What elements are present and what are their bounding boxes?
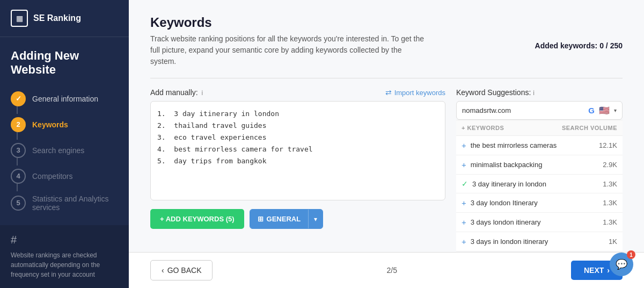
suggestion-row-2[interactable]: + minimalist backpacking 2.9K — [456, 155, 623, 175]
sidebar-item-competitors[interactable]: 4 Competitors — [9, 163, 120, 189]
suggestion-vol-4: 1.3K — [603, 199, 617, 207]
suggestion-vol-3: 1.3K — [603, 180, 617, 188]
suggestion-add-icon-2: + — [462, 160, 466, 169]
sidebar-title: Adding New Website — [0, 37, 129, 86]
suggestion-check-icon-3: ✓ — [462, 179, 468, 188]
suggestion-text-3: 3 day itinerary in london — [472, 180, 546, 188]
keywords-textarea[interactable]: 1. 3 day itinerary in london 2. thailand… — [150, 101, 445, 200]
suggestion-row-6[interactable]: + 3 days in london itinerary 1K — [456, 232, 623, 251]
suggestion-row-3[interactable]: ✓ 3 day itinerary in london 1.3K — [456, 175, 623, 193]
add-keywords-label: + ADD KEYWORDS (5) — [160, 215, 235, 223]
add-keywords-button[interactable]: + ADD KEYWORDS (5) — [150, 209, 244, 229]
add-manually-label: Add manually: i — [150, 88, 203, 97]
step-1-circle: ✓ — [11, 91, 26, 106]
next-label: NEXT — [584, 266, 604, 275]
bottom-actions: + ADD KEYWORDS (5) ⊞ GENERAL ▾ — [150, 209, 445, 229]
added-keywords-label: Added keywords: — [535, 41, 598, 50]
suggestion-text-2: minimalist backpacking — [471, 161, 543, 169]
step-4-circle: 4 — [11, 169, 26, 184]
right-panel-header: Keyword Suggestions: i — [456, 88, 623, 97]
sidebar-steps: ✓ General information 2 Keywords 3 Searc… — [0, 86, 129, 225]
suggestion-row-1[interactable]: + the best mirrorless cameras 12.1K — [456, 136, 623, 155]
step-2-circle: 2 — [11, 117, 26, 132]
left-panel: Add manually: i ⇄ Import keywords 1. 3 d… — [150, 88, 445, 252]
two-column-layout: Add manually: i ⇄ Import keywords 1. 3 d… — [150, 88, 623, 252]
suggestions-header: + KEYWORDS SEARCH VOLUME — [456, 120, 623, 136]
suggestion-add-icon-1: + — [462, 141, 466, 150]
step-5-label: Statistics and Analytics services — [32, 195, 118, 212]
suggestion-left-2: + minimalist backpacking — [462, 160, 542, 169]
step-5-circle: 5 — [11, 196, 26, 211]
sidebar-item-general-information[interactable]: ✓ General information — [9, 86, 120, 112]
logo: ▦ SE Ranking — [0, 0, 129, 37]
bottom-navigation: ‹ GO BACK 2/5 NEXT › — [129, 252, 644, 288]
folder-icon: ⊞ — [258, 215, 264, 223]
page-title: Keywords — [150, 15, 623, 30]
sidebar-footer: # Website rankings are checked automatic… — [0, 225, 129, 288]
suggestion-add-icon-4: + — [462, 198, 466, 207]
suggestion-vol-2: 2.9K — [603, 161, 617, 169]
chat-bubble[interactable]: 💬 1 — [610, 253, 633, 276]
suggestion-left-1: + the best mirrorless cameras — [462, 141, 557, 150]
google-icon: G — [588, 106, 595, 115]
col-keywords-header: + KEYWORDS — [462, 125, 504, 131]
footer-text: Website rankings are checked automatical… — [11, 250, 118, 279]
step-2-label: Keywords — [32, 120, 68, 129]
col-volume-header: SEARCH VOLUME — [562, 125, 617, 131]
domain-chevron-icon[interactable]: ▾ — [614, 107, 617, 113]
suggestion-row-5[interactable]: + 3 days london itinerary 1.3K — [456, 213, 623, 232]
suggestion-left-6: + 3 days in london itinerary — [462, 237, 548, 246]
suggestion-text-4: 3 day london Itinerary — [471, 199, 538, 207]
step-4-label: Competitors — [32, 172, 72, 181]
group-button: ⊞ GENERAL ▾ — [250, 209, 324, 229]
step-1-label: General information — [32, 95, 98, 103]
suggestion-text-5: 3 days london itinerary — [471, 218, 541, 226]
domain-input[interactable] — [462, 106, 584, 114]
sidebar-item-keywords[interactable]: 2 Keywords — [9, 112, 120, 138]
logo-symbol: ▦ — [16, 14, 23, 23]
suggestion-left-4: + 3 day london Itinerary — [462, 198, 538, 207]
suggestion-left-5: + 3 days london itinerary — [462, 218, 541, 227]
suggestions-table: + KEYWORDS SEARCH VOLUME + the best mirr… — [456, 120, 623, 251]
group-dropdown-button[interactable]: ▾ — [308, 210, 323, 228]
go-back-label: GO BACK — [167, 266, 202, 275]
main-content: Keywords Track website ranking positions… — [129, 0, 644, 288]
group-label: GENERAL — [267, 215, 301, 223]
sidebar-item-statistics[interactable]: 5 Statistics and Analytics services — [9, 189, 120, 217]
suggestion-left-3: ✓ 3 day itinerary in london — [462, 179, 546, 188]
domain-row: G 🇺🇸 ▾ — [456, 101, 623, 120]
group-main-button[interactable]: ⊞ GENERAL — [250, 210, 309, 228]
suggestion-add-icon-6: + — [462, 237, 466, 246]
flag-icon: 🇺🇸 — [599, 105, 610, 116]
left-panel-header: Add manually: i ⇄ Import keywords — [150, 88, 445, 97]
right-panel: Keyword Suggestions: i G 🇺🇸 ▾ + KEYWORDS… — [456, 88, 623, 252]
sidebar: ▦ SE Ranking Adding New Website ✓ Genera… — [0, 0, 129, 288]
suggestion-text-1: the best mirrorless cameras — [471, 141, 557, 149]
next-chevron-icon: › — [607, 266, 610, 275]
page-description: Track website ranking positions for all … — [150, 33, 429, 67]
chat-icon: 💬 — [616, 258, 627, 270]
step-3-circle: 3 — [11, 143, 26, 158]
suggestion-vol-6: 1K — [609, 237, 617, 246]
logo-text: SE Ranking — [33, 13, 81, 23]
chevron-down-icon: ▾ — [314, 215, 317, 223]
suggestion-row-4[interactable]: + 3 day london Itinerary 1.3K — [456, 193, 623, 213]
back-chevron-icon: ‹ — [162, 266, 164, 275]
added-keywords-counter: Added keywords: 0 / 250 — [535, 41, 623, 50]
import-btn-label: Import keywords — [394, 89, 445, 97]
step-3-label: Search engines — [32, 146, 84, 155]
go-back-button[interactable]: ‹ GO BACK — [150, 260, 213, 280]
suggestion-vol-1: 12.1K — [599, 141, 617, 149]
import-icon: ⇄ — [385, 88, 392, 97]
chat-badge: 1 — [627, 250, 635, 259]
step-indicator: 2/5 — [386, 266, 397, 275]
content-area: Keywords Track website ranking positions… — [129, 0, 644, 252]
suggestions-info: i — [533, 89, 535, 97]
logo-icon: ▦ — [11, 10, 28, 27]
add-manually-info: i — [202, 89, 203, 97]
suggestion-text-6: 3 days in london itinerary — [471, 237, 548, 246]
sidebar-item-search-engines[interactable]: 3 Search engines — [9, 138, 120, 163]
import-keywords-button[interactable]: ⇄ Import keywords — [385, 88, 445, 97]
suggestion-add-icon-5: + — [462, 218, 466, 227]
hash-symbol: # — [11, 234, 118, 246]
